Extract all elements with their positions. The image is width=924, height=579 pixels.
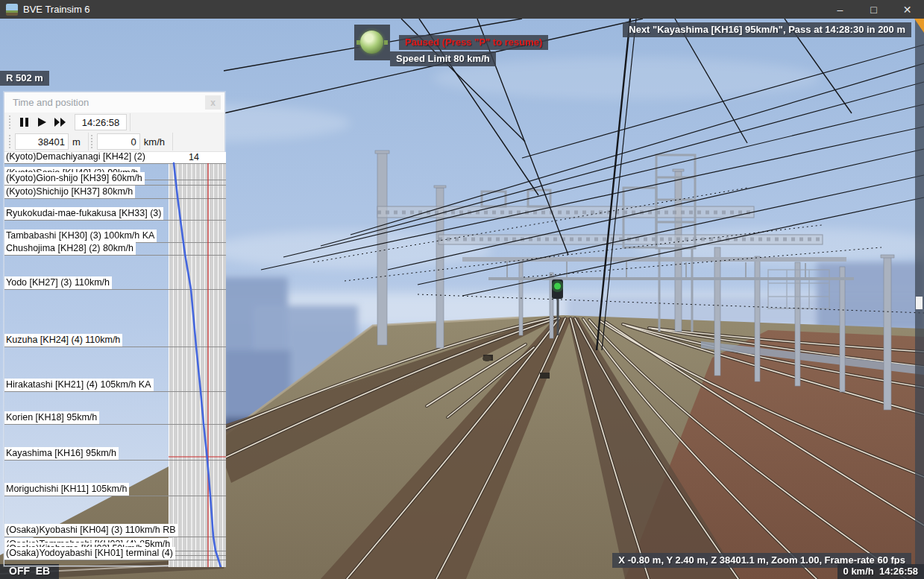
position-unit: m <box>69 136 85 148</box>
toolbar-grip[interactable] <box>9 135 10 148</box>
station-row: Korien [KH18] 95km/h <box>4 411 226 425</box>
orb-tick-right <box>384 40 388 45</box>
station-label: Yodo [KH27] (3) 110km/h <box>4 276 112 289</box>
trackside-object <box>483 355 491 361</box>
station-label: (Osaka)Yodoyabashi [KH01] terminal (4) <box>4 547 175 560</box>
time-distance-graph <box>169 163 226 567</box>
orb-tick-left <box>356 40 360 45</box>
pause-icon <box>20 118 28 127</box>
station-row: (Osaka)Kyobashi [KH04] (3) 110km/h RB <box>4 523 226 537</box>
fast-forward-button[interactable] <box>51 114 69 130</box>
station-row: (Kyoto)Shichijo [KH37] 80km/h <box>4 185 226 199</box>
next-limit-banner: Next "Kayashima [KH16] 95km/h", Pass at … <box>623 22 911 37</box>
play-button[interactable] <box>33 114 51 130</box>
window-titlebar[interactable]: BVE Trainsim 6 – □ ✕ <box>0 0 924 19</box>
hour-gridline <box>191 163 192 567</box>
station-row: Moriguchishi [KH11] 105km/h <box>4 482 226 496</box>
station-label: Chushojima [KH28] (2) 80km/h <box>4 242 136 255</box>
station-row: (Kyoto)Gion-shijo [KH39] 60km/h <box>4 171 226 186</box>
position-field[interactable]: 38401 <box>15 133 69 150</box>
station-row: Hirakatashi [KH21] (4) 105km/h KA <box>4 378 226 392</box>
signal-aspect-indicator <box>354 25 390 60</box>
station-label: Korien [KH18] 95km/h <box>4 411 99 424</box>
minimize-button[interactable]: – <box>823 0 857 19</box>
paused-banner: Paused (Press "P" to resume) <box>399 35 548 50</box>
station-label: (Kyoto)Gion-shijo [KH39] 60km/h <box>4 172 145 185</box>
station-row: (Kyoto)Demachiyanagi [KH42] (2) <box>4 152 226 164</box>
station-label: (Osaka)Kyobashi [KH04] (3) 110km/h RB <box>4 524 178 537</box>
curve-radius-banner: R 502 m <box>0 71 49 86</box>
time-position-panel: Time and position x 14:26:58 3840 <box>4 92 225 566</box>
toolbar-separator <box>172 133 173 151</box>
toolbar-grip[interactable] <box>9 116 10 129</box>
pause-button[interactable] <box>15 114 33 130</box>
fast-forward-icon <box>54 118 66 127</box>
station-row: (Osaka)Yodoyabashi [KH01] terminal (4) <box>4 546 226 560</box>
station-label: Tambabashi [KH30] (3) 100km/h KA <box>4 230 157 242</box>
maximize-button[interactable]: □ <box>857 0 890 19</box>
panel-titlebar[interactable]: Time and position x <box>4 92 224 113</box>
route-marker-arrow-icon <box>914 19 924 33</box>
station-row: Chushojima [KH28] (2) 80km/h <box>4 241 226 256</box>
station-label: Ryukokudai-mae-fukakusa [KH33] (3) <box>4 207 163 220</box>
panel-title: Time and position <box>4 97 89 108</box>
station-row: Ryukokudai-mae-fukakusa [KH33] (3) <box>4 206 226 221</box>
station-diagram: 14 (Kyoto)Demachiyanagi [KH42] (2)(Kyoto… <box>4 152 226 567</box>
station-row: Kayashima [KH16] 95km/h <box>4 446 226 461</box>
station-label: Kayashima [KH16] 95km/h <box>4 447 119 460</box>
window-title: BVE Trainsim 6 <box>23 4 90 15</box>
signal-green-orb-icon <box>360 31 383 54</box>
clock-time-field[interactable]: 14:26:58 <box>75 114 127 130</box>
speed-field[interactable]: 0 <box>97 133 140 150</box>
station-label: (Kyoto)Demachiyanagi [KH42] (2) <box>4 152 148 163</box>
bve-trainsim-window: BVE Trainsim 6 – □ ✕ <box>0 0 924 579</box>
speed-time-banner: 0 km/h 14:26:58 <box>837 564 924 579</box>
speed-unit: km/h <box>140 136 169 148</box>
toolbar-separator <box>130 113 131 131</box>
route-position-marker <box>916 297 923 309</box>
station-label: Moriguchishi [KH11] 105km/h <box>4 483 129 496</box>
play-icon <box>38 118 46 127</box>
speed-limit-banner: Speed Limit 80 km/h <box>390 51 496 66</box>
station-label: Kuzuha [KH24] (4) 110km/h <box>4 334 122 347</box>
panel-toolbar: 14:26:58 38401 m 0 km/h <box>4 113 224 152</box>
station-row: Yodo [KH27] (3) 110km/h <box>4 276 226 290</box>
app-icon <box>6 4 18 16</box>
route-preview-strip <box>915 19 924 579</box>
station-label: (Kyoto)Shichijo [KH37] 80km/h <box>4 186 135 198</box>
panel-close-button[interactable]: x <box>205 95 221 110</box>
close-button[interactable]: ✕ <box>890 0 924 19</box>
toolbar-grip[interactable] <box>91 135 92 148</box>
toolbar-separator <box>88 133 89 151</box>
station-label: Hirakatashi [KH21] (4) 105km/h KA <box>4 379 154 391</box>
station-row: Kuzuha [KH24] (4) 110km/h <box>4 333 226 347</box>
